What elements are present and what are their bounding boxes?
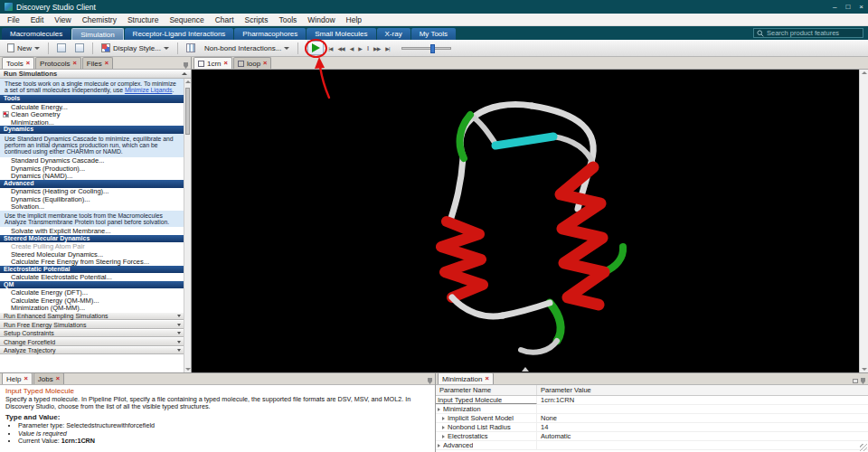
search-input[interactable]: Search product features — [753, 28, 863, 38]
tool-panel-entry[interactable]: Dynamics (Production)... — [0, 165, 184, 173]
scroll-up-icon[interactable] — [862, 71, 867, 74]
tool-panel-entry[interactable]: Calculate Free Energy from Steering Forc… — [0, 258, 184, 266]
expand-arrow-icon[interactable] — [438, 408, 440, 411]
menu-item[interactable]: Tools — [273, 15, 302, 24]
pin-icon[interactable] — [861, 378, 865, 384]
tool-group-header[interactable]: Run Simulations — [0, 70, 191, 79]
tool-panel-entry[interactable]: Create Pulling Atom Pair — [0, 242, 184, 250]
display-style-button[interactable]: Display Style... — [98, 42, 173, 54]
expand-arrow-icon[interactable] — [442, 417, 445, 420]
save-button[interactable] — [71, 42, 88, 54]
parameter-row[interactable]: Nonbond List Radius 14 — [436, 423, 868, 432]
tool-panel-entry[interactable]: Change Forcefield — [0, 337, 184, 346]
pin-icon[interactable] — [428, 378, 432, 384]
molecule-window-tab[interactable]: 1crn × — [193, 57, 232, 69]
panel-tab[interactable]: Tools × — [2, 57, 34, 69]
tab-close-icon[interactable]: × — [72, 60, 76, 67]
tab-close-icon[interactable]: × — [485, 375, 488, 382]
tab-close-icon[interactable]: × — [56, 375, 60, 382]
expand-panel-icon[interactable] — [177, 332, 181, 334]
tab-close-icon[interactable]: × — [24, 375, 27, 382]
tab-close-icon[interactable]: × — [26, 60, 30, 67]
collapse-icon[interactable] — [182, 72, 187, 75]
tool-panel-scrollbar[interactable] — [184, 79, 191, 372]
skip-to-start-button[interactable]: |◀ — [326, 42, 335, 54]
menu-item[interactable]: Sequence — [164, 15, 209, 24]
tool-panel-entry[interactable]: Solvate with Explicit Membrane... — [0, 227, 184, 235]
nonbond-display-button[interactable] — [183, 42, 199, 54]
panel-tab[interactable]: Files × — [82, 57, 113, 69]
tool-panel-entry[interactable]: Standard Dynamics Cascade... — [0, 157, 184, 165]
expand-panel-icon[interactable] — [177, 349, 181, 352]
tab-close-icon[interactable]: × — [224, 60, 228, 67]
ribbon-tab[interactable]: Pharmacophores — [234, 28, 306, 40]
menu-item[interactable]: View — [49, 15, 76, 24]
viewport-scrollbar[interactable] — [859, 70, 868, 372]
tab-close-icon[interactable]: × — [263, 60, 267, 67]
tool-panel-entry[interactable]: Analyze Trajectory — [0, 346, 184, 355]
expand-panel-icon[interactable] — [177, 315, 181, 317]
float-panel-icon[interactable] — [853, 379, 858, 383]
window-resize-grip[interactable] — [860, 444, 867, 451]
scroll-down-icon[interactable] — [862, 368, 867, 371]
menu-item[interactable]: Window — [302, 15, 340, 24]
tool-panel-entry[interactable]: Clean Geometry — [0, 110, 184, 118]
tool-panel-entry[interactable]: These tools work on a single molecule or… — [0, 79, 184, 95]
animation-speed-slider[interactable] — [401, 47, 451, 50]
tool-panel-entry[interactable]: Calculate Energy... — [0, 103, 184, 111]
expand-arrow-icon[interactable] — [442, 426, 445, 429]
expand-arrow-icon[interactable] — [442, 435, 445, 438]
ribbon-tab[interactable]: Macromolecules — [2, 28, 71, 40]
tool-panel-entry[interactable]: Dynamics (Heating or Cooling)... — [0, 188, 184, 196]
menu-item[interactable]: Structure — [122, 15, 165, 24]
parameter-row[interactable]: Input Typed Molecule 1crn:1CRN — [436, 396, 868, 405]
menu-item[interactable]: Chart — [210, 15, 240, 24]
tool-panel-entry[interactable]: Run Free Energy Simulations — [0, 320, 184, 329]
play-backward-button[interactable]: ◀ — [347, 42, 356, 54]
expand-arrow-icon[interactable] — [438, 444, 440, 447]
collapse-handle[interactable] — [522, 367, 529, 372]
panel-tab[interactable]: Jobs × — [33, 372, 64, 384]
run-button[interactable] — [307, 41, 324, 55]
tool-panel-entry[interactable]: Steered Molecular Dynamics — [0, 235, 184, 243]
step-backward-button[interactable]: ◀◀ — [335, 42, 347, 54]
tool-panel-entry[interactable]: Electrostatic Potential — [0, 266, 184, 274]
minimize-button[interactable]: – — [833, 3, 836, 11]
tool-panel-entry[interactable]: Minimization... — [0, 118, 184, 127]
parameter-row[interactable]: Implicit Solvent Model None — [436, 414, 868, 423]
tool-panel-entry[interactable]: Tools — [0, 95, 184, 103]
panel-tab[interactable]: Protocols × — [35, 57, 81, 69]
tool-panel-entry[interactable]: Use Standard Dynamics Cascade to minimiz… — [0, 134, 184, 157]
parameter-row[interactable]: Advanced — [436, 441, 868, 450]
menu-item[interactable]: Edit — [25, 15, 50, 24]
tool-panel-entry[interactable]: Advanced — [0, 180, 184, 188]
ribbon-tab[interactable]: X-ray — [377, 28, 410, 40]
menu-item[interactable]: Scripts — [240, 15, 274, 24]
slider-thumb[interactable] — [430, 44, 435, 53]
tool-panel-entry[interactable]: QM — [0, 281, 184, 289]
tool-panel-entry[interactable]: Steered Molecular Dynamics... — [0, 250, 184, 259]
tool-panel-entry[interactable]: Dynamics (NAMD)... — [0, 173, 184, 181]
maximize-button[interactable]: □ — [845, 3, 850, 11]
step-forward-button[interactable]: ▶▶ — [371, 42, 382, 54]
tool-panel-entry[interactable]: Minimization (QM-MM)... — [0, 304, 184, 312]
tool-panel-entry[interactable]: Use the implicit membrane tools from the… — [0, 211, 184, 227]
pin-icon[interactable] — [184, 62, 188, 69]
parameter-row[interactable]: Minimization — [436, 405, 868, 414]
menu-item[interactable]: Chemistry — [77, 15, 122, 24]
molecule-viewport[interactable] — [192, 70, 859, 372]
minimize-ligands-link[interactable]: Minimize Ligands — [125, 87, 173, 93]
panel-tab[interactable]: Help × — [2, 372, 33, 384]
tool-panel-entry[interactable]: Calculate Energy (QM-MM)... — [0, 297, 184, 305]
ribbon-tab[interactable]: Small Molecules — [307, 28, 375, 40]
molecule-window-tab[interactable]: loop × — [233, 57, 272, 69]
tool-panel-entry[interactable]: Calculate Electrostatic Potential... — [0, 273, 184, 281]
ribbon-tab[interactable]: My Tools — [411, 28, 456, 40]
expand-panel-icon[interactable] — [177, 324, 181, 326]
expand-panel-icon[interactable] — [177, 341, 181, 344]
nonbond-interactions-button[interactable]: Non-bond Interactions... — [201, 42, 293, 54]
tool-panel-entry[interactable]: Dynamics — [0, 126, 184, 134]
scrollbar-thumb[interactable] — [185, 88, 190, 135]
tab-close-icon[interactable]: × — [105, 60, 108, 67]
tool-panel-entry[interactable]: Setup Constraints — [0, 329, 184, 338]
